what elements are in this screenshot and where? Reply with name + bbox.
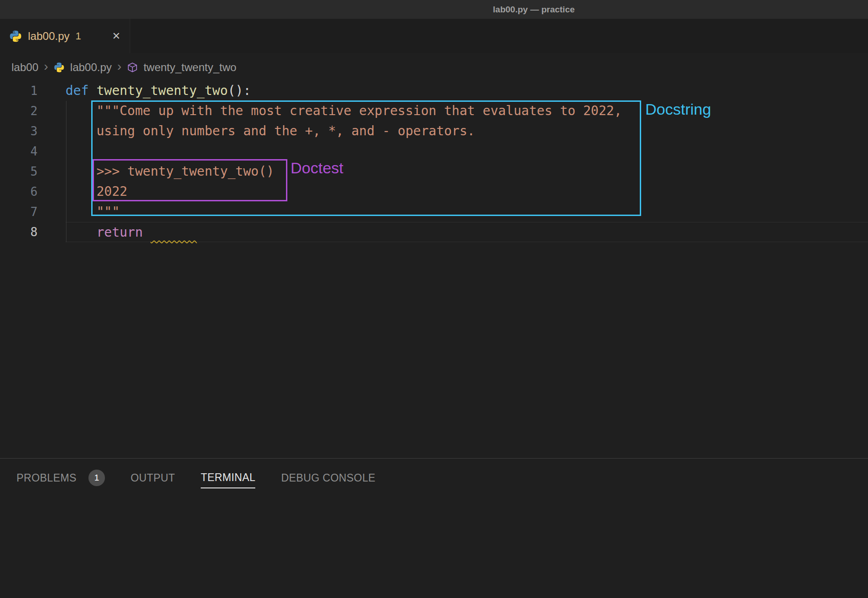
breadcrumb: lab00 › lab00.py › twenty_twenty_two xyxy=(0,53,868,82)
tab-problems-label: PROBLEMS xyxy=(16,472,77,484)
window-title: lab00.py — practice xyxy=(493,5,575,15)
line-number: 8 xyxy=(0,222,38,242)
tab-debug-console-label: DEBUG CONSOLE xyxy=(281,472,375,484)
code-line: 1 def twenty_twenty_two(): xyxy=(0,81,868,101)
line-number: 6 xyxy=(0,182,38,202)
close-icon[interactable]: ✕ xyxy=(112,30,121,42)
line-number: 3 xyxy=(0,121,38,141)
panel-tabs: PROBLEMS 1 OUTPUT TERMINAL DEBUG CONSOLE xyxy=(0,459,868,488)
warning-squiggle xyxy=(150,225,197,240)
chevron-right-icon: › xyxy=(117,60,121,75)
line-number: 4 xyxy=(0,141,38,161)
tab-output-label: OUTPUT xyxy=(131,472,175,484)
problems-count-badge: 1 xyxy=(88,470,105,486)
code-editor[interactable]: 1 def twenty_twenty_two(): 2 """Come up … xyxy=(0,81,868,356)
titlebar: lab00.py — practice xyxy=(0,0,868,19)
breadcrumb-symbol[interactable]: twenty_twenty_two xyxy=(143,61,236,74)
function-name: twenty_twenty_two xyxy=(96,83,228,98)
tab-lab00py[interactable]: lab00.py 1 ✕ xyxy=(0,19,130,53)
doctest-annotation-label: Doctest xyxy=(291,160,343,177)
python-icon xyxy=(54,62,65,73)
punctuation: (): xyxy=(228,83,251,98)
tab-terminal[interactable]: TERMINAL xyxy=(201,471,256,488)
bottom-panel: PROBLEMS 1 OUTPUT TERMINAL DEBUG CONSOLE… xyxy=(0,458,868,598)
keyword-def: def xyxy=(66,83,96,98)
tab-problems[interactable]: PROBLEMS 1 xyxy=(16,471,105,488)
line-number: 2 xyxy=(0,101,38,121)
tab-debug-console[interactable]: DEBUG CONSOLE xyxy=(281,471,375,488)
breadcrumb-file[interactable]: lab00.py xyxy=(70,61,112,74)
code-line-current: 8 return xyxy=(0,222,868,242)
python-icon xyxy=(9,30,22,43)
keyword-return: return xyxy=(66,225,150,240)
doctest-highlight-box xyxy=(93,159,287,201)
code-text: return xyxy=(66,222,868,242)
tab-label: lab00.py xyxy=(28,30,70,43)
tab-bar: lab00.py 1 ✕ xyxy=(0,19,868,53)
line-number: 7 xyxy=(0,202,38,222)
tab-terminal-label: TERMINAL xyxy=(201,471,256,484)
code-text: def twenty_twenty_two(): xyxy=(66,81,868,101)
symbol-module-icon xyxy=(127,62,138,73)
line-number: 5 xyxy=(0,161,38,182)
chevron-right-icon: › xyxy=(44,60,48,75)
tab-problem-count: 1 xyxy=(76,30,81,42)
indent-guide xyxy=(66,101,66,242)
tab-output[interactable]: OUTPUT xyxy=(131,471,175,488)
docstring-annotation-label: Docstring xyxy=(645,101,711,118)
breadcrumb-folder[interactable]: lab00 xyxy=(11,61,38,74)
line-number: 1 xyxy=(0,81,38,101)
